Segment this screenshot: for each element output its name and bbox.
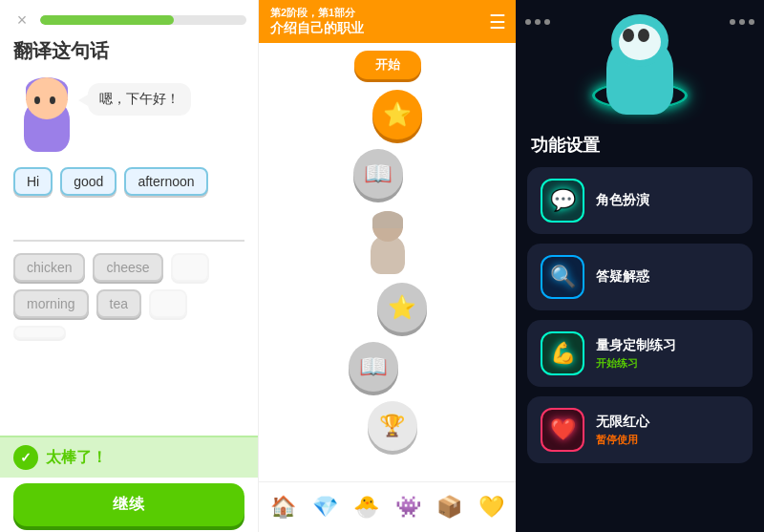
character-avatar: [13, 75, 80, 152]
selected-words: Hi good afternoon: [0, 156, 258, 200]
page-title: 翻译这句话: [0, 36, 258, 72]
nav-chick[interactable]: 🐣: [350, 490, 384, 524]
npc-hair: [372, 211, 403, 228]
npc-body: [371, 236, 405, 274]
char-eye-right: [50, 96, 55, 104]
word-chip-cheese[interactable]: cheese: [93, 253, 162, 282]
decorative-dots: [525, 19, 550, 25]
word-chip-blank3[interactable]: [13, 326, 66, 339]
muscle-icon: 💪: [550, 341, 576, 366]
qa-title: 答疑解惑: [596, 268, 649, 286]
close-button[interactable]: ×: [11, 10, 32, 31]
lesson-node-1[interactable]: ⭐: [372, 90, 422, 139]
owl-eye-right: [638, 29, 649, 42]
start-button[interactable]: 开始: [354, 51, 421, 79]
lesson-node-5[interactable]: 🏆: [368, 401, 417, 451]
search-icon: 🔍: [550, 265, 576, 289]
success-text: 太棒了！: [46, 448, 107, 468]
npc-character: [359, 207, 416, 274]
hearts-text: 无限红心 暂停使用: [596, 414, 649, 447]
chat-icon: 💬: [550, 188, 576, 213]
level-label: 第2阶段，第1部分: [270, 6, 478, 20]
roleplay-text: 角色扮演: [596, 192, 649, 209]
lesson-title: 介绍自己的职业: [270, 20, 478, 37]
feature-roleplay[interactable]: 💬 角色扮演: [527, 167, 753, 234]
nav-heart[interactable]: 💛: [474, 490, 508, 524]
left-panel: × 翻译这句话 嗯，下午好！ Hi good afternoon chicken…: [0, 0, 258, 532]
nav-ghost[interactable]: 👾: [391, 490, 425, 524]
word-chip-afternoon[interactable]: afternoon: [124, 167, 207, 196]
progress-bar: [40, 15, 246, 25]
char-eye-left: [34, 96, 40, 104]
custom-text: 量身定制练习 开始练习: [596, 337, 676, 371]
heart-icon: ❤️: [550, 417, 576, 442]
owl-character: [583, 5, 697, 119]
nav-home[interactable]: 🏠: [266, 490, 301, 524]
custom-subtitle: 开始练习: [596, 356, 676, 371]
word-chip-morning[interactable]: morning: [13, 289, 89, 318]
qa-text: 答疑解惑: [596, 268, 649, 286]
right-panel: 功能设置 💬 角色扮演 🔍 答疑解惑 💪 量身定制练习 开始练习 ❤️ 无限红心: [516, 0, 764, 532]
roleplay-title: 角色扮演: [596, 192, 649, 209]
word-chip-chicken[interactable]: chicken: [13, 253, 85, 282]
owl-eye-left: [623, 29, 634, 42]
custom-title: 量身定制练习: [596, 337, 676, 354]
star-icon: ⭐: [383, 101, 412, 128]
lesson-header: 第2阶段，第1部分 介绍自己的职业 ☰: [259, 0, 516, 43]
nav-gem[interactable]: 💎: [308, 490, 342, 524]
lesson-node-3[interactable]: ⭐: [377, 283, 427, 332]
roleplay-icon-box: 💬: [541, 179, 584, 223]
lesson-node-4[interactable]: 📖: [349, 342, 398, 392]
decorative-dots-right: [730, 19, 754, 25]
feature-custom[interactable]: 💪 量身定制练习 开始练习: [527, 320, 753, 387]
header-bar: ×: [0, 0, 258, 36]
success-bar: ✓ 太棒了！: [0, 436, 258, 478]
book-icon: 📖: [364, 160, 393, 187]
word-chip-good[interactable]: good: [60, 167, 117, 196]
hero-image: [516, 0, 764, 124]
hearts-subtitle: 暂停使用: [596, 433, 649, 447]
book-icon-2: 📖: [359, 353, 388, 380]
feature-qa[interactable]: 🔍 答疑解惑: [527, 244, 753, 310]
character-area: 嗯，下午好！: [0, 72, 258, 156]
word-chip-blank2[interactable]: [149, 289, 187, 318]
feature-hearts[interactable]: ❤️ 无限红心 暂停使用: [527, 396, 753, 463]
lesson-path: 开始 ⭐ 📖 ⭐ 📖 🏆: [259, 43, 516, 481]
word-chip-tea[interactable]: tea: [96, 289, 141, 318]
progress-fill: [40, 15, 174, 25]
section-title: 功能设置: [516, 124, 764, 162]
word-chip-hi[interactable]: Hi: [13, 167, 53, 196]
continue-button[interactable]: 继续: [13, 483, 244, 526]
bottom-nav: 🏠 💎 🐣 👾 📦 💛: [259, 481, 516, 532]
custom-icon-box: 💪: [541, 331, 584, 375]
success-icon: ✓: [13, 445, 38, 470]
menu-icon[interactable]: ☰: [489, 11, 506, 33]
lesson-node-2[interactable]: 📖: [353, 149, 403, 199]
hearts-title: 无限红心: [596, 414, 649, 431]
word-chip-blank1[interactable]: [171, 253, 209, 282]
qa-icon-box: 🔍: [541, 255, 584, 299]
word-bank: chicken cheese morning tea: [0, 249, 258, 343]
hearts-icon-box: ❤️: [541, 408, 584, 452]
middle-panel: 第2阶段，第1部分 介绍自己的职业 ☰ 开始 ⭐ 📖 ⭐ 📖 🏆 🏠 💎: [258, 0, 516, 532]
trophy-icon: 🏆: [379, 414, 405, 438]
star-inactive-icon: ⭐: [388, 294, 416, 321]
nav-chest[interactable]: 📦: [433, 490, 467, 524]
answer-area: [13, 207, 244, 242]
char-eyes: [34, 96, 55, 104]
speech-bubble: 嗯，下午好！: [88, 83, 191, 116]
